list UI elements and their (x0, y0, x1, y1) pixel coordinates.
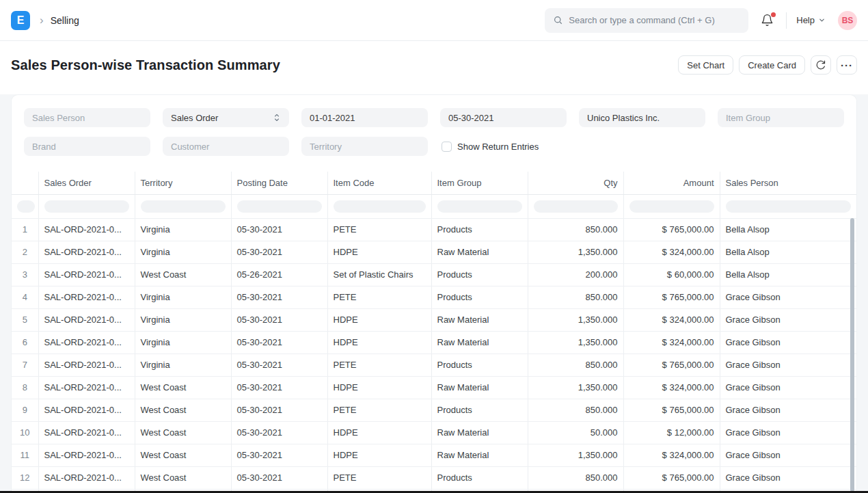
row-number[interactable]: 12 (12, 466, 38, 489)
column-filter-cell[interactable] (623, 194, 720, 218)
cell-sales-person[interactable]: Grace Gibson (720, 421, 856, 444)
cell-qty[interactable]: 1,350.000 (528, 241, 623, 263)
filter-brand[interactable] (24, 137, 150, 156)
column-filter-cell[interactable] (38, 194, 135, 218)
cell-territory[interactable]: West Coast (135, 444, 231, 466)
cell-qty[interactable]: 1,350.000 (528, 444, 623, 466)
cell-sales-order[interactable]: SAL-ORD-2021-0... (38, 308, 135, 331)
user-avatar[interactable]: BS (838, 11, 857, 30)
cell-amount[interactable]: $ 324,000.00 (623, 376, 720, 399)
cell-posting-date[interactable]: 05-30-2021 (231, 421, 327, 444)
cell-qty[interactable]: 850.000 (528, 399, 623, 421)
cell-sales-order[interactable]: SAL-ORD-2021-0... (38, 399, 135, 421)
cell-sales-person[interactable]: Grace Gibson (720, 308, 856, 331)
cell-posting-date[interactable]: 05-30-2021 (231, 466, 327, 489)
cell-item-group[interactable]: Products (431, 354, 528, 376)
help-dropdown[interactable]: Help (796, 15, 826, 25)
row-number[interactable]: 1 (12, 218, 38, 241)
cell-territory[interactable]: Virginia (135, 218, 231, 241)
cell-qty[interactable]: 850.000 (528, 218, 623, 241)
cell-qty[interactable]: 200.000 (528, 263, 623, 286)
show-return-entries-checkbox[interactable]: Show Return Entries (440, 142, 539, 152)
cell-amount[interactable]: $ 12,000.00 (623, 421, 720, 444)
cell-item-group[interactable]: Raw Material (431, 241, 528, 263)
cell-item-group[interactable]: Products (431, 263, 528, 286)
cell-amount[interactable]: $ 765,000.00 (623, 218, 720, 241)
cell-item-group[interactable]: Raw Material (431, 308, 528, 331)
checkbox-box[interactable] (442, 142, 452, 152)
column-filter-cell[interactable] (12, 194, 38, 218)
cell-territory[interactable]: West Coast (135, 263, 231, 286)
row-number[interactable]: 9 (12, 399, 38, 421)
cell-sales-order[interactable]: SAL-ORD-2021-0... (38, 421, 135, 444)
cell-amount[interactable]: $ 60,000.00 (623, 263, 720, 286)
cell-sales-person[interactable]: Grace Gibson (720, 286, 856, 308)
cell-sales-order[interactable]: SAL-ORD-2021-0... (38, 263, 135, 286)
row-number[interactable]: 7 (12, 354, 38, 376)
cell-item-code[interactable]: PETE (327, 399, 431, 421)
cell-item-code[interactable]: PETE (327, 218, 431, 241)
cell-item-code[interactable]: HDPE (327, 376, 431, 399)
cell-sales-order[interactable]: SAL-ORD-2021-0... (38, 444, 135, 466)
cell-qty[interactable]: 50.000 (528, 421, 623, 444)
cell-territory[interactable]: Virginia (135, 354, 231, 376)
cell-posting-date[interactable]: 05-30-2021 (231, 286, 327, 308)
cell-territory[interactable]: Virginia (135, 286, 231, 308)
cell-item-code[interactable]: Set of Plastic Chairs (327, 263, 431, 286)
cell-sales-person[interactable]: Bella Alsop (720, 263, 856, 286)
cell-territory[interactable]: West Coast (135, 399, 231, 421)
cell-posting-date[interactable]: 05-26-2021 (231, 263, 327, 286)
column-header-territory[interactable]: Territory (135, 172, 231, 194)
filter-doctype-select[interactable]: Sales Order (163, 108, 289, 127)
cell-amount[interactable]: $ 765,000.00 (623, 286, 720, 308)
cell-item-group[interactable]: Products (431, 466, 528, 489)
cell-amount[interactable]: $ 324,000.00 (623, 308, 720, 331)
filter-company[interactable] (579, 108, 705, 127)
cell-posting-date[interactable]: 05-30-2021 (231, 376, 327, 399)
cell-amount[interactable]: $ 765,000.00 (623, 354, 720, 376)
cell-item-code[interactable]: HDPE (327, 308, 431, 331)
notifications-button[interactable] (758, 11, 776, 29)
app-logo[interactable]: E (11, 11, 30, 30)
cell-posting-date[interactable]: 05-30-2021 (231, 331, 327, 354)
cell-qty[interactable]: 1,350.000 (528, 308, 623, 331)
cell-sales-order[interactable]: SAL-ORD-2021-0... (38, 331, 135, 354)
cell-territory[interactable]: West Coast (135, 421, 231, 444)
cell-item-code[interactable]: PETE (327, 286, 431, 308)
column-filter-cell[interactable] (231, 194, 327, 218)
column-header-posting-date[interactable]: Posting Date (231, 172, 327, 194)
cell-qty[interactable]: 850.000 (528, 286, 623, 308)
cell-sales-person[interactable]: Grace Gibson (720, 331, 856, 354)
row-number[interactable]: 8 (12, 376, 38, 399)
cell-territory[interactable]: Virginia (135, 331, 231, 354)
cell-amount[interactable]: $ 324,000.00 (623, 241, 720, 263)
cell-sales-person[interactable]: Grace Gibson (720, 376, 856, 399)
cell-qty[interactable]: 1,350.000 (528, 331, 623, 354)
row-number[interactable]: 3 (12, 263, 38, 286)
cell-item-group[interactable]: Raw Material (431, 421, 528, 444)
filter-item-group[interactable] (718, 108, 844, 127)
cell-item-code[interactable]: HDPE (327, 444, 431, 466)
cell-posting-date[interactable]: 05-30-2021 (231, 241, 327, 263)
cell-sales-order[interactable]: SAL-ORD-2021-0... (38, 354, 135, 376)
cell-territory[interactable]: West Coast (135, 466, 231, 489)
cell-posting-date[interactable]: 05-30-2021 (231, 218, 327, 241)
cell-posting-date[interactable]: 05-30-2021 (231, 399, 327, 421)
cell-sales-order[interactable]: SAL-ORD-2021-0... (38, 286, 135, 308)
cell-amount[interactable]: $ 324,000.00 (623, 331, 720, 354)
cell-qty[interactable]: 850.000 (528, 354, 623, 376)
column-header-item-group[interactable]: Item Group (431, 172, 528, 194)
row-number[interactable]: 10 (12, 421, 38, 444)
cell-sales-order[interactable]: SAL-ORD-2021-0... (38, 218, 135, 241)
cell-territory[interactable]: Virginia (135, 241, 231, 263)
row-number[interactable]: 6 (12, 331, 38, 354)
column-filter-cell[interactable] (528, 194, 623, 218)
row-number[interactable]: 5 (12, 308, 38, 331)
column-header-sales-person[interactable]: Sales Person (720, 172, 856, 194)
cell-territory[interactable]: Virginia (135, 308, 231, 331)
row-number[interactable]: 11 (12, 444, 38, 466)
cell-item-group[interactable]: Products (431, 399, 528, 421)
cell-posting-date[interactable]: 05-30-2021 (231, 444, 327, 466)
cell-sales-person[interactable]: Grace Gibson (720, 466, 856, 489)
cell-sales-order[interactable]: SAL-ORD-2021-0... (38, 241, 135, 263)
